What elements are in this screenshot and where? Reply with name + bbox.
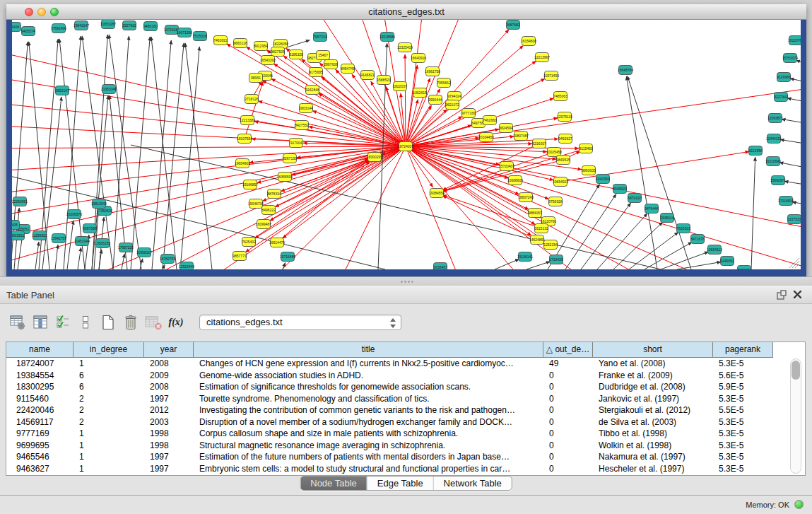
graph-node[interactable]: 16099487 bbox=[256, 220, 271, 229]
network-canvas[interactable]: 1872400716408940557437691406198431471065… bbox=[12, 20, 801, 269]
tab-network-table[interactable]: Network Table bbox=[433, 477, 512, 490]
graph-node[interactable]: 19654923 bbox=[553, 177, 568, 187]
graph-node[interactable]: 2718126 bbox=[245, 95, 259, 104]
graph-node[interactable]: 10973493 bbox=[543, 71, 559, 81]
graph-node[interactable]: 8267130 bbox=[283, 154, 297, 163]
graph-node[interactable]: 917004 bbox=[290, 139, 303, 148]
table-selector-dropdown[interactable]: citations_edges.txt bbox=[199, 315, 401, 330]
graph-node[interactable]: 15716485 bbox=[280, 252, 295, 262]
table-row[interactable]: 1830029562008Estimation of significance … bbox=[6, 381, 787, 393]
graph-node[interactable]: 10654112 bbox=[707, 245, 722, 255]
graph-node[interactable]: 16914479 bbox=[269, 238, 285, 247]
column-header-in_degree[interactable]: in_degree bbox=[73, 342, 144, 358]
graph-node[interactable]: 18807243 bbox=[518, 193, 534, 202]
graph-node[interactable]: 16210643 bbox=[765, 157, 781, 166]
graph-node[interactable]: 11156822 bbox=[32, 231, 47, 240]
column-header-pagerank[interactable]: pagerank bbox=[713, 342, 773, 358]
graph-node[interactable]: 12923449 bbox=[179, 262, 194, 270]
graph-node[interactable]: 2935114 bbox=[660, 214, 673, 223]
graph-node[interactable]: 9242848 bbox=[305, 86, 319, 95]
graph-node[interactable]: 17016504 bbox=[778, 197, 794, 206]
float-window-icon[interactable] bbox=[777, 290, 787, 300]
graph-node[interactable]: 10958107 bbox=[136, 248, 152, 257]
graph-node[interactable]: 21953346 bbox=[101, 85, 117, 94]
table-settings-button[interactable] bbox=[7, 312, 28, 333]
graph-node[interactable]: 12444151 bbox=[766, 134, 782, 144]
column-header-year[interactable]: year bbox=[144, 342, 194, 358]
graph-node[interactable]: 9175685 bbox=[309, 68, 323, 77]
graph-node[interactable]: 9129966 bbox=[777, 73, 791, 82]
graph-node[interactable]: 19654903 bbox=[235, 159, 250, 168]
graph-node[interactable]: 1640954 bbox=[596, 175, 610, 184]
scrollbar-thumb[interactable] bbox=[792, 361, 800, 380]
table-row[interactable]: 969969511998Structural magnetic resonanc… bbox=[6, 440, 787, 452]
graph-node[interactable]: 9245652 bbox=[720, 257, 734, 266]
function-builder-button[interactable]: f(x) bbox=[165, 312, 187, 333]
graph-node[interactable]: 2803144 bbox=[299, 104, 313, 113]
graph-node[interactable]: 16123761 bbox=[788, 36, 801, 45]
delete-table-button[interactable] bbox=[143, 312, 164, 333]
new-table-button[interactable] bbox=[98, 312, 119, 333]
graph-node[interactable]: 12213967 bbox=[534, 53, 550, 62]
graph-node[interactable]: 8938923 bbox=[613, 185, 627, 194]
graph-node[interactable]: 8498222 bbox=[261, 206, 276, 215]
graph-node[interactable]: 20206576 bbox=[66, 210, 82, 219]
graph-node[interactable]: 16671358 bbox=[177, 28, 192, 37]
graph-node[interactable]: 9893635 bbox=[582, 166, 596, 175]
graph-node[interactable]: 9474444 bbox=[645, 204, 659, 214]
graph-node[interactable]: 9777169 bbox=[461, 109, 476, 118]
graph-node[interactable]: 16408 bbox=[12, 23, 21, 32]
graph-node[interactable]: 9990444 bbox=[428, 95, 442, 105]
graph-node[interactable]: 10688609 bbox=[507, 176, 523, 185]
split-divider[interactable] bbox=[0, 276, 812, 286]
graph-node[interactable]: 9827505 bbox=[271, 47, 285, 57]
table-row[interactable]: 1872400712008Changes of HCN gene express… bbox=[6, 358, 787, 370]
graph-node[interactable]: 13942757 bbox=[51, 234, 66, 243]
graph-node[interactable]: 8454749 bbox=[341, 64, 355, 74]
graph-node[interactable]: 16355593 bbox=[277, 173, 293, 182]
graph-node[interactable]: 2653107 bbox=[55, 86, 69, 95]
delete-rows-button[interactable] bbox=[120, 312, 141, 333]
graph-node[interactable]: 9466160 bbox=[143, 22, 158, 31]
graph-node[interactable]: 1252254 bbox=[543, 240, 558, 250]
show-columns-button[interactable] bbox=[30, 312, 51, 333]
graph-node[interactable]: 2687682 bbox=[506, 21, 520, 30]
network-window[interactable]: citations_edges.txt 18724007164089405574… bbox=[6, 4, 806, 276]
graph-node[interactable]: 1822037 bbox=[393, 82, 407, 91]
graph-node[interactable]: 20164456 bbox=[478, 133, 494, 142]
graph-node[interactable]: 7625402 bbox=[242, 238, 256, 247]
graph-node[interactable]: 9463627 bbox=[558, 134, 572, 144]
graph-node[interactable]: 11451944 bbox=[74, 237, 90, 246]
graph-node[interactable]: 15720407 bbox=[499, 162, 514, 171]
graph-node[interactable]: 18300295 bbox=[367, 153, 382, 162]
graph-node[interactable]: 16782753 bbox=[160, 255, 175, 264]
graph-node[interactable]: 7462660 bbox=[483, 116, 497, 125]
table-row[interactable]: 977716911998Corpus callosum shape and si… bbox=[6, 428, 787, 440]
table-row[interactable]: 946362711997Embryonic stem cells: a mode… bbox=[6, 463, 787, 475]
graph-node[interactable]: 7485063 bbox=[553, 92, 567, 101]
graph-node[interactable]: 12975115 bbox=[557, 112, 572, 122]
table-row[interactable]: 911546021997Tourette syndrome. Phenomeno… bbox=[6, 393, 787, 405]
tab-node-table[interactable]: Node Table bbox=[300, 477, 367, 490]
graph-node[interactable]: 16640910 bbox=[411, 54, 426, 63]
graph-node[interactable]: 1527602 bbox=[122, 21, 136, 30]
column-header-name[interactable]: name bbox=[6, 342, 73, 358]
graph-node[interactable]: 98961 bbox=[249, 74, 263, 83]
graph-node[interactable]: 9794024 bbox=[447, 92, 461, 101]
citation-network-graph[interactable]: 1872400716408940557437691406198431471065… bbox=[12, 20, 801, 269]
column-header-title[interactable]: title bbox=[194, 342, 543, 358]
graph-node[interactable]: 3915811 bbox=[12, 231, 25, 240]
graph-node[interactable]: 15046700 bbox=[248, 199, 264, 209]
graph-node[interactable]: 22260951 bbox=[12, 197, 28, 206]
column-header-out_degree[interactable]: △ out_de… bbox=[543, 342, 593, 358]
graph-node[interactable]: 3824594 bbox=[499, 124, 513, 133]
graph-node[interactable]: 16543392 bbox=[260, 56, 276, 65]
graph-node[interactable]: 7957224 bbox=[313, 33, 327, 42]
graph-node[interactable]: 19384554 bbox=[429, 189, 445, 198]
graph-node[interactable]: 10807487 bbox=[513, 132, 529, 141]
graph-node[interactable]: 7632621 bbox=[676, 224, 690, 233]
network-window-titlebar[interactable]: citations_edges.txt bbox=[6, 4, 806, 20]
graph-node[interactable]: 9405574 bbox=[21, 27, 35, 36]
graph-node[interactable]: 2867608 bbox=[324, 60, 338, 69]
graph-node[interactable]: 15692971 bbox=[770, 176, 786, 185]
